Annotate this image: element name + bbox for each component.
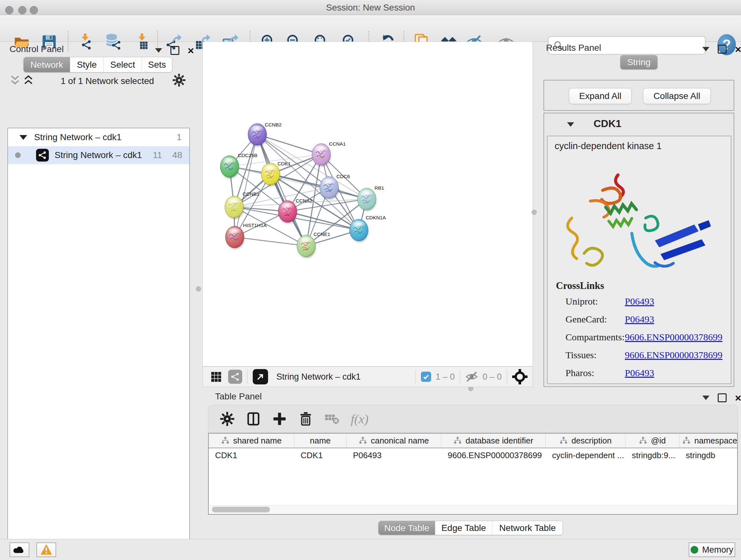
splitter-handle[interactable]	[532, 210, 537, 215]
node-ccna2[interactable]: CCNA2	[278, 198, 313, 224]
control-panel-tabs: Network Style Select Sets	[23, 57, 172, 72]
cloud-status-button[interactable]	[10, 543, 29, 557]
node-label-ccna2: CCNA2	[296, 198, 313, 203]
close-panel-icon[interactable]: ×	[735, 46, 741, 53]
cell-namespace[interactable]: stringdb	[679, 450, 738, 460]
collapse-all-networks-icon[interactable]	[11, 76, 18, 84]
cloud-icon	[13, 547, 23, 553]
cell-canonical-name[interactable]: P06493	[347, 450, 441, 460]
protein-structure-image	[553, 159, 726, 293]
splitter-handle[interactable]	[196, 287, 201, 292]
network-graph: CCNB2CCNA1CDC25BCDK1CDC6RB1CCNB1CCNA2CDK…	[203, 42, 533, 367]
cell-database-identifier[interactable]: 9606.ENSP00000378699	[441, 450, 546, 460]
gene-detail-box: cyclin-dependent kinase 1	[547, 136, 731, 384]
close-panel-icon[interactable]: ×	[735, 394, 741, 401]
network-view[interactable]: CCNB2CCNA1CDC25BCDK1CDC6RB1CCNB1CCNA2CDK…	[202, 42, 533, 367]
collection-expand-triangle-icon[interactable]	[19, 135, 27, 140]
add-column-icon[interactable]	[273, 413, 286, 425]
node-label-hist1h1a: HIST1H1A	[243, 223, 267, 228]
cell-shared-name[interactable]: CDK1	[209, 450, 294, 460]
edge-cdk1-rb1[interactable]	[271, 174, 367, 199]
float-panel-icon[interactable]	[702, 47, 710, 51]
memory-button[interactable]: Memory	[689, 543, 735, 557]
table-options-gear-icon[interactable]	[220, 412, 234, 426]
crosslink-label: GeneCard:	[565, 314, 607, 324]
maximize-panel-icon[interactable]	[718, 393, 727, 402]
tab-sets[interactable]: Sets	[142, 57, 172, 72]
warning-icon	[40, 543, 53, 556]
network-collection-row[interactable]: String Network – cdk1 1	[8, 128, 189, 146]
column-header[interactable]: @id	[625, 434, 679, 448]
horizontal-scrollbar[interactable]	[209, 505, 737, 513]
table-panel-title: Table Panel	[215, 391, 262, 401]
cell-description[interactable]: cyclin-dependent ...	[546, 450, 625, 460]
node-cdkn1a[interactable]: CDKN1A	[349, 215, 386, 242]
title-bar: Session: New Session	[0, 0, 741, 15]
tab-network-table[interactable]: Network Table	[492, 521, 562, 535]
node-rb1[interactable]: RB1	[357, 185, 384, 211]
tab-network[interactable]: Network	[23, 57, 70, 72]
edge-hist1h1a-ccne1[interactable]	[234, 237, 306, 246]
show-columns-icon[interactable]	[248, 413, 259, 425]
close-panel-icon[interactable]: ×	[188, 47, 194, 54]
edge-ccnb2-ccne1[interactable]	[257, 134, 306, 246]
node-label-cdk1: CDK1	[277, 161, 290, 166]
column-header[interactable]: database identifier	[441, 434, 546, 448]
tab-string[interactable]: String	[620, 55, 657, 69]
crosslink-row: GeneCard:	[565, 314, 607, 325]
collapse-all-button[interactable]: Collapse All	[643, 88, 711, 104]
scrollbar-thumb[interactable]	[212, 507, 270, 512]
crosslink-tissues-link[interactable]: 9606.ENSP00000378699	[625, 350, 723, 361]
maximize-panel-icon[interactable]	[171, 46, 179, 55]
node-table: shared name name canonical name database…	[208, 433, 738, 515]
delete-column-icon[interactable]	[300, 412, 311, 425]
column-header[interactable]: shared name	[209, 434, 294, 448]
node-label-cdc6: CDC6	[336, 174, 350, 179]
tab-style[interactable]: Style	[70, 57, 104, 72]
crosslink-row: Tissues:	[565, 350, 596, 361]
expand-all-button[interactable]: Expand All	[569, 88, 631, 104]
crosslink-genecard-link[interactable]: P06493	[625, 314, 654, 325]
node-ccna1[interactable]: CCNA1	[312, 141, 346, 167]
crosslink-pharos-link[interactable]: P06493	[625, 368, 654, 378]
node-hist1h1a[interactable]: HIST1H1A	[225, 223, 267, 249]
birdseye-share-icon[interactable]	[228, 370, 242, 384]
maximize-panel-icon[interactable]	[718, 45, 727, 54]
section-collapse-triangle-icon[interactable]	[567, 122, 574, 127]
cell-name[interactable]: CDK1	[294, 450, 347, 460]
column-header[interactable]: namespace	[679, 434, 738, 448]
open-in-window-icon[interactable]	[253, 369, 268, 384]
crosslink-label: Pharos:	[565, 368, 594, 378]
tab-select[interactable]: Select	[104, 57, 142, 72]
network-list: String Network – cdk1 1 String Network –…	[7, 128, 190, 560]
status-bar: Memory	[0, 539, 741, 560]
gene-symbol: CDK1	[594, 118, 621, 130]
node-cdc25b[interactable]: CDC25B	[220, 152, 257, 179]
column-header[interactable]: description	[546, 434, 625, 448]
warnings-button[interactable]	[37, 543, 56, 557]
crosslink-compartments-link[interactable]: 9606.ENSP00000378699	[625, 332, 723, 343]
results-panel: Results Panel × String Expand All Collap…	[536, 42, 741, 388]
node-ccnb2[interactable]: CCNB2	[248, 122, 281, 147]
tab-edge-table[interactable]: Edge Table	[435, 521, 492, 535]
grid-view-icon[interactable]	[210, 370, 222, 383]
float-panel-icon[interactable]	[702, 395, 710, 400]
node-cdc6[interactable]: CDC6	[320, 174, 350, 200]
network-row[interactable]: String Network – cdk1 11 48	[8, 146, 189, 164]
network-options-gear-icon[interactable]	[173, 74, 185, 86]
cell-id[interactable]: stringdb:9...	[625, 450, 679, 460]
node-ccnb1[interactable]: CCNB1	[225, 191, 259, 219]
application-window: Session: New Session	[0, 0, 741, 560]
tab-node-table[interactable]: Node Table	[379, 521, 435, 535]
expand-all-networks-icon[interactable]	[25, 76, 32, 84]
column-header[interactable]: name	[294, 434, 347, 448]
birdseye-toggle-icon[interactable]	[512, 369, 528, 384]
current-network-title: String Network – cdk1	[276, 372, 360, 382]
selected-checkbox-icon[interactable]	[421, 372, 431, 382]
crosslink-uniprot-link[interactable]: P06493	[625, 296, 654, 307]
table-toolbar: f(x)	[208, 405, 738, 433]
column-header[interactable]: canonical name	[347, 434, 441, 448]
table-row[interactable]: CDK1 CDK1 P06493 9606.ENSP00000378699 cy…	[209, 448, 737, 462]
node-cdk1[interactable]: CDK1	[261, 161, 291, 186]
float-panel-icon[interactable]	[155, 48, 162, 53]
